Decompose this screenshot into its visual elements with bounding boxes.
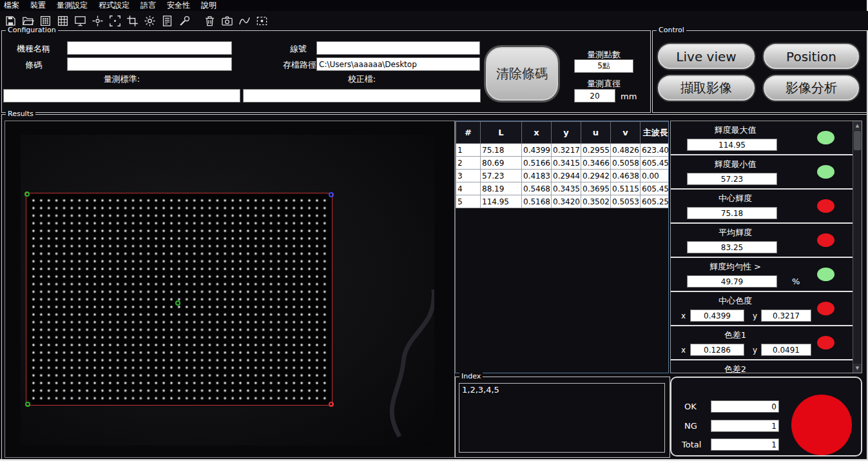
measurement-value-box: 83.25	[687, 241, 777, 253]
crop-icon[interactable]	[124, 12, 141, 29]
measurement-label: 中心輝度	[671, 193, 800, 204]
measure-diameter-input[interactable]	[574, 89, 615, 103]
menu-item-7[interactable]: 說明	[197, 0, 224, 11]
position-button[interactable]: Position	[764, 44, 859, 69]
table-header-v: v	[611, 122, 641, 144]
ng-label: NG	[684, 421, 697, 431]
measure-diameter-label: 量測直徑	[573, 78, 635, 90]
table-cell: 0.2942	[581, 170, 611, 182]
measurement-row-2: 輝度最小值57.23	[671, 155, 853, 190]
screenshot-region-icon[interactable]	[253, 12, 271, 29]
capture-image-button[interactable]: 擷取影像	[658, 75, 755, 101]
report-document-icon[interactable]	[159, 12, 176, 29]
measurement-row-4: 平均輝度83.25	[671, 224, 853, 258]
measurement-row-3: 中心輝度75.18	[671, 190, 853, 224]
measure-points-input[interactable]	[574, 59, 633, 73]
index-textarea[interactable]: 1,2,3,4,5	[459, 383, 665, 453]
measure-standard-label: 量測標準:	[3, 74, 240, 85]
selection-area-icon[interactable]	[106, 12, 124, 29]
table-header-主波長: 主波長	[641, 122, 670, 144]
model-name-input[interactable]	[67, 41, 232, 55]
status-indicator-pass	[817, 131, 834, 144]
measurement-label: 色差1	[671, 329, 800, 341]
table-row-3[interactable]: 357.230.41830.29440.29420.46380.00	[456, 170, 670, 182]
menu-item-1[interactable]: 檔案	[0, 0, 26, 11]
calibration-file-label: 校正檔:	[243, 74, 481, 85]
corner-marker-bottom-left	[25, 402, 30, 407]
ok-label: OK	[684, 402, 697, 411]
measurement-value-box: 49.79	[687, 275, 777, 288]
scrollbar-thumb[interactable]	[854, 131, 861, 150]
table-row-4[interactable]: 488.190.54680.34350.36950.5115605.45	[456, 182, 670, 195]
measurement-table: #Lxyuv主波長175.180.43990.32170.29550.48266…	[456, 121, 669, 208]
table-cell: 80.69	[481, 157, 522, 170]
measurement-results-list: 輝度最大值114.95輝度最小值57.23中心輝度75.18平均輝度83.25輝…	[671, 121, 853, 373]
delete-trash-icon[interactable]	[201, 12, 218, 29]
table-cell: 0.3695	[581, 182, 611, 195]
table-row-1[interactable]: 175.180.43990.32170.29550.4826623.40	[456, 144, 670, 157]
ng-count-input[interactable]	[711, 420, 779, 432]
index-panel-title: Index	[459, 372, 483, 381]
table-cell: 2	[456, 157, 481, 170]
table-cell: 57.23	[481, 170, 522, 182]
line-number-input[interactable]	[316, 41, 480, 55]
measurement-value-box: 57.23	[687, 173, 777, 185]
table-cell: 0.4183	[522, 170, 552, 182]
table-row-2[interactable]: 280.690.51660.34150.34660.5058605.45	[456, 157, 670, 170]
tools-wrench-icon[interactable]	[176, 12, 193, 29]
live-view-button[interactable]: Live view	[658, 44, 755, 69]
table-cell: 0.3435	[552, 182, 581, 195]
status-indicator-fail	[817, 199, 834, 213]
save-path-input[interactable]	[316, 57, 480, 71]
corner-marker-bottom-right	[329, 402, 334, 407]
table-cell: 0.4638	[611, 170, 641, 182]
table-header-#: #	[456, 122, 481, 144]
barcode-input[interactable]	[67, 57, 232, 71]
table-row-5[interactable]: 5114.950.51680.34200.35020.5053605.25	[456, 195, 670, 208]
diameter-unit-label: mm	[621, 92, 637, 101]
control-panel: Control Live view Position 擷取影像 影像分析	[652, 30, 868, 113]
menu-item-5[interactable]: 語言	[137, 0, 163, 11]
table-cell: 0.5166	[522, 157, 552, 170]
menu-item-3[interactable]: 量測設定	[53, 0, 95, 11]
table-cell: 0.3415	[552, 157, 581, 170]
scrollbar-track[interactable]	[853, 130, 862, 364]
table-cell: 0.5053	[611, 195, 641, 208]
control-panel-title: Control	[657, 26, 686, 35]
index-value: 1,2,3,4,5	[462, 385, 499, 395]
monitor-icon[interactable]	[72, 12, 89, 29]
image-analysis-button[interactable]: 影像分析	[764, 75, 859, 101]
line-number-label: 線號	[290, 43, 307, 55]
clear-barcode-button[interactable]: 清除條碼	[486, 47, 558, 101]
menu-bar: 檔案裝置量測設定程式設定語言安全性說明	[0, 0, 867, 11]
menu-item-6[interactable]: 安全性	[163, 0, 197, 11]
settings-gear-icon[interactable]	[141, 12, 159, 29]
scroll-down-button[interactable]: ▼	[853, 364, 862, 373]
focus-target-icon[interactable]	[89, 12, 106, 29]
x-value-box: 0.4399	[690, 309, 744, 322]
measurement-label: 中心色度	[671, 295, 800, 307]
menu-item-4[interactable]: 程式設定	[95, 0, 137, 11]
measurement-row-7: 色差1x0.1286y0.0491	[671, 326, 853, 360]
measurement-value-box: 75.18	[687, 207, 777, 219]
status-indicator-fail	[817, 302, 834, 315]
table-cell: 1	[456, 144, 481, 157]
total-count-input[interactable]	[711, 438, 779, 451]
menu-item-2[interactable]: 裝置	[26, 0, 53, 11]
index-panel: Index 1,2,3,4,5	[455, 377, 670, 458]
measure-standard-input[interactable]	[3, 89, 240, 103]
center-marker	[175, 300, 180, 306]
table-header-L: L	[481, 122, 522, 144]
measurement-label: 輝度均勻性 >	[671, 261, 800, 273]
scroll-up-button[interactable]: ▲	[853, 121, 862, 130]
analysis-curve-icon[interactable]	[236, 12, 253, 29]
led-dot-grid	[28, 195, 331, 404]
table-cell: 4	[456, 182, 481, 195]
y-value-box: 0.3217	[761, 309, 811, 322]
camera-capture-icon[interactable]	[218, 12, 236, 29]
measurement-label: 色差2	[671, 364, 800, 373]
ok-count-input[interactable]	[711, 400, 779, 413]
results-panel: Results #Lxyuv主波長175.180.43990.32170.295…	[1, 114, 868, 460]
calibration-file-input[interactable]	[243, 89, 481, 103]
results-scrollbar[interactable]: ▲ ▼	[853, 121, 862, 373]
